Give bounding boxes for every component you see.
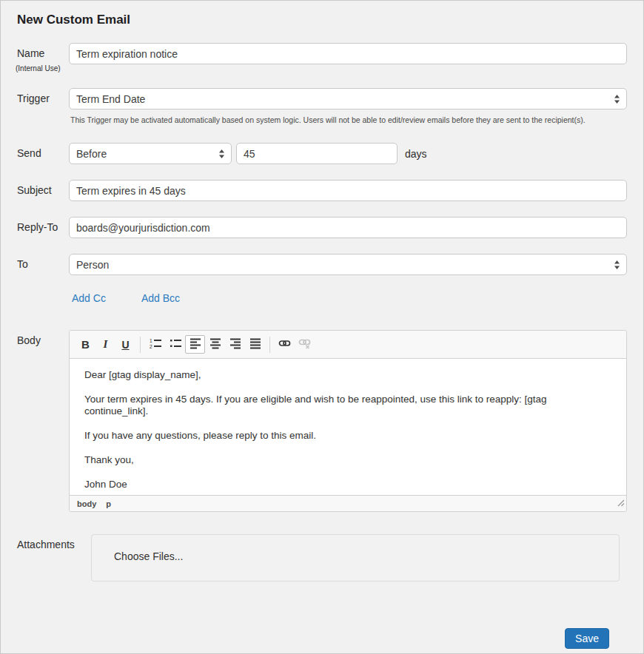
rich-text-editor: B I U 1 2 bbox=[69, 330, 627, 512]
to-row: To Person bbox=[17, 254, 627, 275]
align-center-icon bbox=[209, 337, 221, 352]
name-input[interactable] bbox=[69, 43, 627, 64]
send-label: Send bbox=[17, 143, 69, 164]
body-label: Body bbox=[17, 330, 69, 512]
reply-to-row: Reply-To bbox=[17, 217, 627, 238]
to-label: To bbox=[17, 254, 69, 275]
justify-button[interactable] bbox=[245, 335, 265, 354]
svg-text:1: 1 bbox=[150, 338, 152, 343]
body-paragraph: Thank you, bbox=[84, 454, 611, 466]
trigger-select[interactable]: Term End Date bbox=[69, 88, 627, 109]
trigger-row: Trigger Term End Date This Trigger may b… bbox=[17, 88, 627, 124]
attachments-row: Attachments Choose Files... bbox=[17, 534, 627, 581]
link-button[interactable] bbox=[275, 335, 295, 354]
bullet-list-icon bbox=[170, 337, 181, 352]
unlink-icon bbox=[298, 337, 311, 352]
align-center-button[interactable] bbox=[205, 335, 225, 354]
bold-button[interactable]: B bbox=[76, 335, 95, 354]
justify-icon bbox=[249, 337, 261, 352]
cc-links-row: Add Cc Add Bcc bbox=[17, 291, 627, 304]
send-days-input[interactable] bbox=[236, 143, 398, 164]
ordered-list-button[interactable]: 1 2 bbox=[145, 335, 165, 354]
unlink-button[interactable] bbox=[295, 335, 315, 354]
reply-to-input[interactable] bbox=[69, 217, 627, 238]
trigger-help-text: This Trigger may be activated automatica… bbox=[70, 115, 627, 124]
align-left-icon bbox=[189, 337, 201, 352]
body-paragraph: Your term expires in 45 days. If you are… bbox=[84, 394, 611, 417]
name-sublabel: (Internal Use) bbox=[16, 64, 69, 73]
reply-to-label: Reply-To bbox=[17, 217, 69, 238]
underline-button[interactable]: U bbox=[115, 335, 135, 354]
body-row: Body B I U 1 2 bbox=[17, 330, 627, 512]
attachments-dropzone[interactable]: Choose Files... bbox=[91, 534, 620, 581]
add-bcc-link[interactable]: Add Bcc bbox=[141, 292, 180, 304]
svg-text:2: 2 bbox=[150, 344, 152, 349]
new-custom-email-panel: New Custom Email Name (Internal Use) Tri… bbox=[0, 0, 644, 654]
path-item-body[interactable]: body bbox=[77, 499, 96, 508]
body-paragraph: If you have any questions, please reply … bbox=[84, 430, 611, 442]
toolbar-separator bbox=[140, 337, 141, 353]
attachments-label: Attachments bbox=[17, 534, 69, 581]
days-suffix-label: days bbox=[405, 148, 427, 160]
to-select[interactable]: Person bbox=[69, 254, 627, 275]
align-right-button[interactable] bbox=[225, 335, 245, 354]
send-when-select[interactable]: Before bbox=[69, 143, 232, 164]
name-label-group: Name (Internal Use) bbox=[17, 43, 69, 73]
bullet-list-button[interactable] bbox=[165, 335, 185, 354]
subject-label: Subject bbox=[17, 180, 69, 201]
align-left-button[interactable] bbox=[185, 335, 205, 354]
body-paragraph: John Doe bbox=[84, 479, 611, 490]
editor-path-bar: body p bbox=[70, 495, 626, 511]
choose-files-label: Choose Files... bbox=[114, 550, 183, 562]
trigger-label: Trigger bbox=[17, 88, 69, 124]
subject-input[interactable] bbox=[69, 180, 627, 201]
body-paragraph: Dear [gtag display_name], bbox=[84, 369, 611, 381]
name-row: Name (Internal Use) bbox=[17, 43, 627, 73]
toolbar-separator bbox=[269, 337, 270, 353]
align-right-icon bbox=[229, 337, 241, 352]
editor-content-area[interactable]: Dear [gtag display_name], Your term expi… bbox=[70, 359, 626, 495]
link-icon bbox=[278, 337, 291, 352]
name-label: Name bbox=[17, 47, 44, 59]
ordered-list-icon: 1 2 bbox=[150, 337, 161, 352]
path-item-p[interactable]: p bbox=[106, 499, 111, 508]
editor-resize-handle[interactable] bbox=[617, 496, 625, 510]
save-button[interactable]: Save bbox=[565, 628, 609, 649]
add-cc-link[interactable]: Add Cc bbox=[72, 292, 106, 304]
page-header: New Custom Email bbox=[1, 1, 643, 43]
page-title: New Custom Email bbox=[17, 13, 130, 27]
italic-button[interactable]: I bbox=[95, 335, 115, 354]
subject-row: Subject bbox=[17, 180, 627, 201]
save-row: Save bbox=[1, 581, 643, 649]
editor-toolbar: B I U 1 2 bbox=[70, 331, 626, 359]
send-row: Send Before days bbox=[17, 143, 627, 164]
